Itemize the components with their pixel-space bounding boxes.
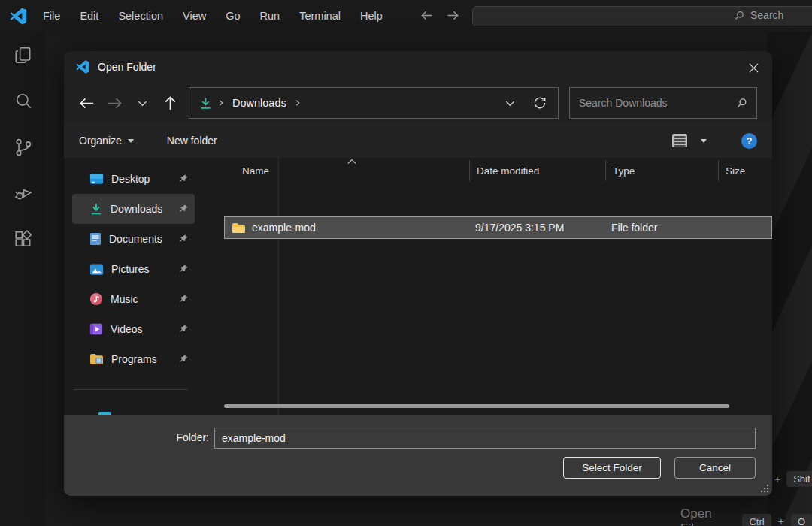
dialog-toolbar: Organize New folder ?	[64, 123, 772, 158]
nav-item-downloads[interactable]: Downloads	[72, 194, 195, 224]
welcome-background-graphic	[767, 32, 812, 526]
menu-terminal[interactable]: Terminal	[299, 10, 341, 22]
downloads-location-icon	[198, 96, 213, 110]
music-icon	[89, 292, 103, 306]
search-view-icon[interactable]	[13, 91, 34, 112]
nav-label: Videos	[111, 323, 143, 335]
search-icon	[734, 10, 745, 21]
nav-item-desktop[interactable]: Desktop	[72, 164, 195, 194]
run-and-debug-icon[interactable]	[13, 183, 34, 204]
key-o-badge: O	[791, 514, 812, 526]
folder-icon	[232, 222, 246, 234]
nav-label: Desktop	[111, 173, 150, 185]
pin-icon	[178, 324, 189, 334]
menu-run[interactable]: Run	[260, 10, 280, 22]
navigation-pane: Desktop Downloads Documents Pictures	[64, 158, 213, 415]
close-icon[interactable]	[744, 59, 762, 77]
breadcrumb-downloads[interactable]: Downloads	[232, 97, 286, 109]
address-dropdown-chevron-icon[interactable]	[504, 98, 516, 109]
command-search-box[interactable]: Search	[472, 6, 812, 26]
menu-selection[interactable]: Selection	[118, 10, 163, 22]
dialog-titlebar: Open Folder	[64, 51, 772, 83]
documents-icon	[89, 232, 102, 246]
breadcrumb-bar[interactable]: Downloads	[189, 87, 559, 119]
pin-icon	[178, 354, 189, 364]
vscode-window: File Edit Selection View Go Run Terminal…	[0, 0, 812, 526]
nav-label: Documents	[109, 233, 162, 245]
select-folder-button[interactable]: Select Folder	[563, 457, 661, 479]
nav-item-programs[interactable]: Programs	[72, 344, 195, 374]
folder-name-input[interactable]	[214, 428, 756, 449]
sort-ascending-icon	[347, 159, 356, 165]
file-name: example-mod	[252, 222, 316, 234]
nav-item-documents[interactable]: Documents	[72, 224, 195, 254]
search-icon[interactable]	[735, 97, 748, 110]
file-list: Name Date modified Type Size example-mod…	[218, 158, 772, 415]
refresh-icon[interactable]	[532, 95, 547, 110]
pin-icon	[178, 234, 189, 244]
videos-icon	[89, 322, 103, 336]
activity-bar	[0, 32, 45, 526]
key-shift-badge: Shif	[786, 471, 812, 487]
open-file-shortcut-hint: Open File Ctrl + O	[680, 506, 812, 526]
menubar: File Edit Selection View Go Run Terminal…	[0, 0, 812, 32]
nav-item-videos[interactable]: Videos	[72, 314, 195, 344]
chevron-down-icon	[128, 139, 134, 143]
menu-view[interactable]: View	[183, 10, 206, 22]
programs-icon	[89, 353, 104, 365]
source-control-icon[interactable]	[13, 137, 34, 158]
plus-sign: +	[778, 515, 784, 526]
column-date-modified[interactable]: Date modified	[469, 160, 605, 181]
help-icon[interactable]: ?	[741, 133, 757, 149]
explorer-icon[interactable]	[13, 45, 34, 66]
pictures-icon	[89, 263, 104, 276]
dialog-body: Desktop Downloads Documents Pictures	[64, 158, 772, 415]
nav-label: Programs	[111, 353, 157, 365]
pin-icon	[178, 174, 189, 184]
details-view-icon[interactable]	[671, 132, 689, 149]
dialog-footer: Folder: Select Folder Cancel	[64, 415, 772, 496]
folder-label: Folder:	[162, 431, 209, 443]
breadcrumb-chevron-icon	[217, 99, 225, 107]
menu-help[interactable]: Help	[360, 10, 383, 22]
pin-icon	[178, 294, 189, 304]
nav-divider	[74, 389, 188, 390]
menu-edit[interactable]: Edit	[80, 10, 98, 22]
up-icon[interactable]	[156, 89, 184, 116]
back-icon[interactable]	[73, 89, 101, 116]
address-bar: Downloads	[64, 83, 772, 123]
pin-icon	[178, 204, 189, 214]
history-back-icon[interactable]	[419, 8, 435, 26]
menu-list: File Edit Selection View Go Run Terminal…	[43, 10, 383, 22]
desktop-icon	[89, 173, 104, 186]
resize-grip[interactable]	[760, 484, 770, 494]
file-row-example-mod[interactable]: example-mod 9/17/2025 3:15 PM File folde…	[224, 216, 772, 239]
recent-locations-chevron-icon[interactable]	[129, 89, 156, 116]
organize-button[interactable]: Organize	[79, 135, 134, 147]
nav-item-music[interactable]: Music	[72, 284, 195, 314]
nav-item-pictures[interactable]: Pictures	[72, 254, 195, 284]
search-downloads-input[interactable]	[570, 88, 756, 118]
menu-file[interactable]: File	[43, 10, 60, 22]
forward-icon[interactable]	[101, 89, 129, 116]
column-size[interactable]: Size	[718, 160, 772, 181]
menu-go[interactable]: Go	[226, 10, 240, 22]
history-forward-icon[interactable]	[445, 8, 461, 26]
dialog-title: Open Folder	[98, 61, 156, 73]
nav-label: Music	[111, 293, 138, 305]
nav-label: Pictures	[111, 263, 150, 275]
column-type[interactable]: Type	[605, 160, 718, 181]
open-file-label[interactable]: Open File	[680, 506, 735, 526]
extensions-icon[interactable]	[13, 228, 34, 249]
open-folder-dialog: Open Folder Download	[64, 51, 772, 496]
view-options-chevron-icon[interactable]	[701, 139, 707, 143]
downloads-icon	[89, 202, 103, 216]
column-headers: Name Date modified Type Size	[218, 158, 772, 183]
search-downloads-box	[569, 87, 757, 119]
column-name[interactable]: Name	[218, 165, 469, 177]
vscode-logo-icon	[10, 8, 27, 25]
new-folder-button[interactable]: New folder	[167, 135, 217, 147]
horizontal-scrollbar[interactable]	[224, 404, 729, 408]
cancel-button[interactable]: Cancel	[674, 457, 756, 479]
breadcrumb-chevron-icon	[294, 99, 301, 107]
